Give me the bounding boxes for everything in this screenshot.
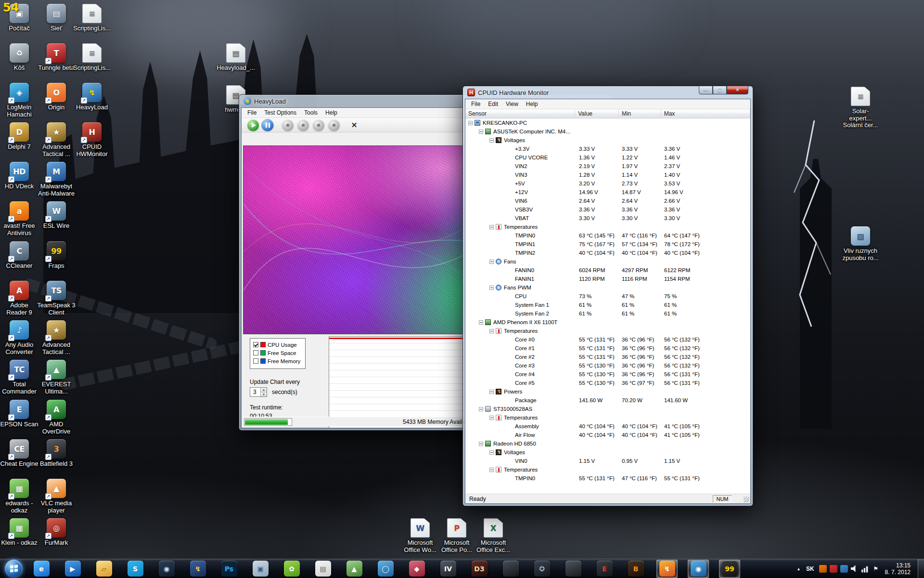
taskbar-app-game-dark-2[interactable]: ✪	[531, 560, 552, 578]
resize-grip[interactable]	[744, 497, 749, 502]
desktop-icon-total-commander[interactable]: TC↗Total Commander	[0, 360, 38, 395]
desktop-icon-adobe-reader-9[interactable]: A↗Adobe Reader 9	[0, 281, 38, 316]
sensor-row[interactable]: CPU73 %47 %75 %	[465, 292, 750, 301]
desktop-icon-klein-odkaz[interactable]: ▦↗Klein - odkaz	[0, 518, 38, 547]
sensor-row[interactable]: Temperatures	[465, 413, 750, 422]
desktop-icon-logmein-hamachi[interactable]: ◈↗LogMeIn Hamachi	[0, 83, 38, 118]
sensor-row[interactable]: Fans	[465, 257, 750, 266]
language-indicator[interactable]: SK	[805, 565, 816, 572]
sensor-row[interactable]: VIN31.28 V1.14 V1.40 V	[465, 171, 750, 179]
taskbar-app-notes-app[interactable]: ▤	[312, 560, 334, 578]
taskbar-app-photoshop[interactable]: Ps	[218, 560, 240, 578]
legend-checkbox-cpu-usage[interactable]	[253, 342, 258, 347]
desktop-icon-origin[interactable]: O↗Origin	[37, 83, 76, 111]
sensor-row[interactable]: Temperatures	[465, 223, 750, 231]
desktop-icon-office-excel-doc[interactable]: XMicrosoft Office Exc...	[474, 518, 513, 553]
desktop-icon-battlefield-3[interactable]: 3↗Battlefield 3	[37, 439, 76, 468]
sensor-row[interactable]: Radeon HD 6850	[465, 439, 750, 448]
taskbar-app-diablo-3[interactable]: D3	[469, 560, 490, 578]
sensor-row[interactable]: +3.3V3.33 V3.33 V3.36 V	[465, 144, 750, 153]
desktop-icon-everest-ultimate[interactable]: ▲↗EVEREST Ultima...	[37, 360, 76, 395]
tree-collapse-button[interactable]	[479, 407, 483, 411]
tree-collapse-button[interactable]	[489, 468, 494, 472]
sensor-row[interactable]: +5V3.20 V2.73 V3.53 V	[465, 179, 750, 188]
close-button[interactable]: ✕	[727, 86, 748, 94]
taskbar-app-app-blue-bolt[interactable]: ↯	[187, 560, 208, 578]
desktop[interactable]: 54 ▣Počítač♻Kôš◈↗LogMeIn HamachiD↗Delphi…	[0, 0, 924, 559]
tree-collapse-button[interactable]	[489, 138, 494, 143]
show-desktop-button[interactable]	[918, 559, 924, 578]
taskbar-app-app-e-red[interactable]: E	[594, 560, 615, 578]
desktop-icon-esl-wire[interactable]: W↗ESL Wire	[37, 201, 76, 230]
hwmonitor-menu-edit[interactable]: Edit	[484, 100, 502, 108]
heavyload-menu-file[interactable]: File	[244, 108, 260, 117]
taskbar-app-internet-explorer[interactable]: e	[31, 560, 52, 578]
desktop-icon-epson-scan[interactable]: E↗EPSON Scan	[0, 400, 38, 428]
info-tool-button[interactable]	[328, 119, 340, 131]
sensor-row[interactable]: TMPIN240 °C (104 °F)40 °C (104 °F)40 °C …	[465, 249, 750, 257]
desktop-icon-tunngle-beta[interactable]: T↗Tunngle beta	[37, 43, 76, 72]
taskbar-app-heavyload-running[interactable]: ↯	[656, 560, 678, 578]
tray-app-red-icon[interactable]	[830, 565, 837, 573]
desktop-icon-delphi-7[interactable]: D↗Delphi 7	[0, 122, 38, 151]
taskbar-app-game-dark-1[interactable]	[500, 560, 521, 578]
sensor-row[interactable]: KRESCANKO-PC	[465, 118, 750, 127]
sensor-row[interactable]: VSB3V3.36 V3.36 V3.36 V	[465, 205, 750, 214]
tray-overflow-button[interactable]: ▴	[796, 566, 801, 571]
tray-app-blue-icon[interactable]	[840, 565, 848, 573]
sensor-row[interactable]: FANIN11120 RPM1116 RPM1154 RPM	[465, 275, 750, 283]
desktop-icon-hd-vdeck[interactable]: HD↗HD VDeck	[0, 162, 38, 190]
options-tool-button[interactable]	[313, 119, 324, 131]
tree-collapse-button[interactable]	[489, 390, 494, 394]
column-header-max[interactable]: Max	[661, 109, 750, 118]
taskbar-app-steam[interactable]: ◉	[156, 560, 177, 578]
hwmonitor-window[interactable]: H CPUID Hardware Monitor — ▢ ✕ FileEditV…	[462, 86, 753, 506]
tray-app-orange-icon[interactable]	[819, 565, 827, 573]
sensor-row[interactable]: ST31000528AS	[465, 405, 750, 413]
legend-checkbox-free-space[interactable]	[253, 350, 258, 355]
taskbar-app-skype[interactable]: S	[125, 560, 146, 578]
sensor-row[interactable]: Core #455 °C (130 °F)36 °C (96 °F)56 °C …	[465, 370, 750, 379]
desktop-icon-edwards-odkaz[interactable]: ▦↗edwards - odkaz	[0, 479, 38, 514]
hwmonitor-menu-help[interactable]: Help	[522, 100, 542, 108]
sensor-row[interactable]: TMPIN055 °C (131 °F)47 °C (116 °F)55 °C …	[465, 474, 750, 483]
sensor-row[interactable]: Assembly40 °C (104 °F)40 °C (104 °F)41 °…	[465, 422, 750, 431]
taskbar-app-fraps-running[interactable]: 99	[719, 560, 740, 578]
desktop-icon-kos[interactable]: ♻Kôš	[0, 43, 38, 72]
tray-network-icon[interactable]	[861, 565, 869, 573]
start-button[interactable]	[5, 560, 23, 578]
taskbar-app-app-b-orange[interactable]: B	[625, 560, 646, 578]
taskbar-app-everest[interactable]: ▲	[344, 560, 365, 578]
sensor-row[interactable]: Fans PWM	[465, 283, 750, 292]
hwmonitor-menu-view[interactable]: View	[502, 100, 522, 108]
taskbar-app-media-player[interactable]: ▶	[62, 560, 83, 578]
desktop-icon-cheat-engine[interactable]: CE↗Cheat Engine	[0, 439, 38, 468]
sensor-row[interactable]: System Fan 261 %61 %61 %	[465, 309, 750, 318]
desktop-icon-vliv-ruznych[interactable]: ▧Vliv ruznych zpusobu ro...	[841, 226, 880, 262]
heavyload-menu-test-options[interactable]: Test Options	[260, 108, 300, 117]
taskbar-app-icq[interactable]: ✿	[281, 560, 302, 578]
sensor-row[interactable]: Core #555 °C (130 °F)36 °C (97 °F)56 °C …	[465, 379, 750, 387]
sensor-row[interactable]: ASUSTeK Computer INC. M4...	[465, 127, 750, 136]
tray-action-center-icon[interactable]: ⚑	[872, 565, 880, 573]
sensor-row[interactable]: Air Flow40 °C (104 °F)40 °C (104 °F)41 °…	[465, 431, 750, 439]
sensor-row[interactable]: Core #255 °C (131 °F)36 °C (96 °F)56 °C …	[465, 353, 750, 361]
desktop-icon-advanced-tactical-2[interactable]: ★↗Advanced Tactical ...	[37, 320, 76, 355]
tree-collapse-button[interactable]	[479, 442, 483, 446]
sensor-row[interactable]: VIN01.15 V0.95 V1.15 V	[465, 457, 750, 465]
desktop-icon-malwarebytes[interactable]: M↗Malwarebyt Anti-Malware	[37, 162, 76, 197]
legend-checkbox-free-memory[interactable]	[253, 358, 258, 364]
minimize-button[interactable]: —	[699, 86, 713, 94]
sensor-row[interactable]: VBAT3.30 V3.30 V3.30 V	[465, 214, 750, 223]
save-tool-button[interactable]	[297, 119, 309, 131]
update-interval-input[interactable]: 3 ▲▼	[250, 387, 267, 397]
heavyload-menu-tools[interactable]: Tools	[300, 108, 321, 117]
taskbar-app-app-orb[interactable]: ◯	[375, 560, 396, 578]
column-header-min[interactable]: Min	[619, 109, 661, 118]
desktop-icon-fraps[interactable]: 99↗Fraps	[37, 241, 76, 270]
sensor-row[interactable]: FANIN06024 RPM4297 RPM6122 RPM	[465, 266, 750, 275]
taskbar-app-windows-explorer[interactable]: ▱	[93, 560, 115, 578]
tree-collapse-button[interactable]	[489, 286, 494, 290]
taskbar-app-photo-viewer[interactable]: ▣	[250, 560, 271, 578]
clock[interactable]: 13:15 8. 7. 2012	[885, 562, 911, 576]
